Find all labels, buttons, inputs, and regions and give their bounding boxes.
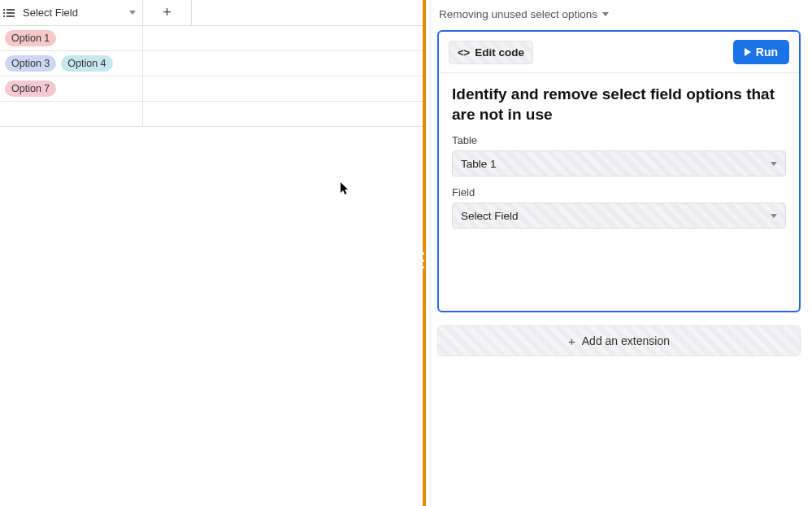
field-select-value: Select Field xyxy=(461,210,519,222)
table-cell[interactable]: Option 1 xyxy=(0,26,143,50)
table-row[interactable]: Option 1 xyxy=(0,26,423,51)
chevron-down-icon xyxy=(602,12,609,16)
table-row[interactable]: Option 3Option 4 xyxy=(0,51,423,76)
option-tag: Option 3 xyxy=(5,55,56,72)
table-body: Option 1Option 3Option 4Option 7 xyxy=(0,26,423,127)
add-extension-label: Add an extension xyxy=(582,334,670,347)
table-label: Table xyxy=(452,134,786,146)
column-header-select-field[interactable]: Select Field xyxy=(0,0,143,25)
option-tag: Option 7 xyxy=(5,81,56,97)
multi-select-icon xyxy=(7,7,18,19)
extension-sidebar: Removing unused select options <> Edit c… xyxy=(426,0,812,506)
extension-panel: <> Edit code Run Identify and remove sel… xyxy=(437,30,801,312)
table-form-group: Table Table 1 xyxy=(452,134,786,177)
table-select-value: Table 1 xyxy=(461,158,497,170)
column-header-label: Select Field xyxy=(23,7,78,19)
add-column-button[interactable]: + xyxy=(143,0,192,25)
field-select[interactable]: Select Field xyxy=(452,203,786,229)
extension-title-dropdown[interactable]: Removing unused select options xyxy=(437,7,801,22)
chevron-down-icon xyxy=(129,11,136,15)
column-header-row: Select Field + xyxy=(0,0,423,26)
table-grid-area: Select Field + Option 1Option 3Option 4O… xyxy=(0,0,426,506)
pane-resize-handle[interactable] xyxy=(420,252,425,268)
run-label: Run xyxy=(756,46,778,59)
run-button[interactable]: Run xyxy=(733,40,789,64)
play-icon xyxy=(745,48,751,56)
table-row[interactable]: Option 7 xyxy=(0,76,423,102)
edit-code-label: Edit code xyxy=(475,46,524,59)
option-tag: Option 1 xyxy=(5,30,56,46)
chevron-down-icon xyxy=(771,162,777,166)
field-label: Field xyxy=(452,186,786,198)
field-form-group: Field Select Field xyxy=(452,186,786,229)
plus-icon: + xyxy=(163,4,172,21)
plus-icon: + xyxy=(568,334,575,348)
edit-code-button[interactable]: <> Edit code xyxy=(449,41,533,64)
chevron-down-icon xyxy=(771,214,777,218)
code-icon: <> xyxy=(458,46,470,59)
table-select[interactable]: Table 1 xyxy=(452,150,786,177)
extension-body: Identify and remove select field options… xyxy=(439,73,799,240)
table-row[interactable] xyxy=(0,102,423,127)
extension-title-label: Removing unused select options xyxy=(439,8,597,20)
table-cell[interactable] xyxy=(0,102,143,126)
table-cell[interactable]: Option 7 xyxy=(0,76,143,101)
extension-heading: Identify and remove select field options… xyxy=(452,85,786,124)
option-tag: Option 4 xyxy=(61,55,112,72)
cursor-icon xyxy=(341,182,350,198)
extension-toolbar: <> Edit code Run xyxy=(439,32,799,73)
table-cell[interactable]: Option 3Option 4 xyxy=(0,51,143,76)
table: Select Field + Option 1Option 3Option 4O… xyxy=(0,0,423,127)
add-extension-button[interactable]: + Add an extension xyxy=(437,325,801,356)
